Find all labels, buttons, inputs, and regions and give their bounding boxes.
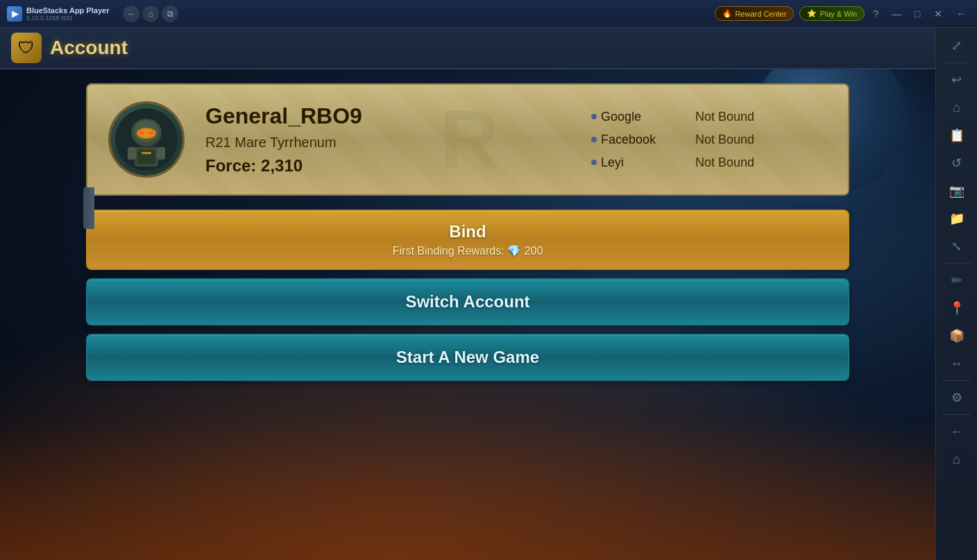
bind-main-label: Bind xyxy=(449,222,486,241)
sidebar-home2-icon[interactable]: ⌂ xyxy=(944,447,969,472)
avatar-inner xyxy=(110,103,182,176)
player-name: General_RBO9 xyxy=(205,103,570,129)
win-controls: — □ ✕ xyxy=(887,4,948,24)
sidebar-divider-2 xyxy=(943,263,971,264)
svg-rect-10 xyxy=(157,147,165,160)
play-win-label: Play & Win xyxy=(819,10,857,18)
start-new-game-label: Start A New Game xyxy=(396,348,539,367)
titlebar-right: 🔥 Reward Center ⭐ Play & Win ? — □ ✕ ← xyxy=(706,4,977,24)
leyi-label: Leyi xyxy=(601,155,624,170)
facebook-platform: Facebook xyxy=(591,133,681,147)
sidebar-clipboard-icon[interactable]: 📋 xyxy=(944,123,969,148)
left-tab xyxy=(83,187,94,229)
sidebar-camera-icon[interactable]: 📷 xyxy=(944,178,969,203)
sidebar-layers-icon[interactable]: 📦 xyxy=(944,323,969,348)
google-status: Not Bound xyxy=(695,110,754,124)
bindings-section: Google Not Bound Facebook Not Bound Leyi… xyxy=(591,110,827,170)
bind-button[interactable]: Bind First Binding Rewards: 💎 200 xyxy=(86,210,849,270)
avatar-svg xyxy=(115,108,178,171)
account-card: R xyxy=(86,83,849,196)
play-win-btn[interactable]: ⭐ Play & Win xyxy=(799,6,865,21)
force-value: 2,310 xyxy=(261,156,303,175)
sidebar-location-icon[interactable]: 📍 xyxy=(944,296,969,321)
account-header: 🛡 Account ✕ xyxy=(0,28,977,69)
sidebar-settings-icon[interactable]: ⚙ xyxy=(944,385,969,410)
switch-account-button[interactable]: Switch Account xyxy=(86,278,849,325)
help-btn[interactable]: ? xyxy=(870,7,881,21)
sidebar-divider-4 xyxy=(943,414,971,415)
buttons-section: Bind First Binding Rewards: 💎 200 Switch… xyxy=(86,210,849,381)
reward-center-btn[interactable]: 🔥 Reward Center xyxy=(715,6,794,21)
bind-amount: 200 xyxy=(525,245,543,257)
sidebar-divider-1 xyxy=(943,62,971,63)
app-logo-icon: ▶ xyxy=(7,6,22,22)
sidebar-divider-3 xyxy=(943,380,971,381)
app-version: 5.10.0.1058 N32 xyxy=(26,15,109,22)
sidebar-edit-icon[interactable]: ✏ xyxy=(944,268,969,293)
google-label: Google xyxy=(601,110,641,124)
app-name: BlueStacks App Player xyxy=(26,6,109,15)
close-window-btn[interactable]: ✕ xyxy=(928,4,948,24)
titlebar: ▶ BlueStacks App Player 5.10.0.1058 N32 … xyxy=(0,0,977,28)
svg-rect-11 xyxy=(142,152,151,154)
leyi-binding-row: Leyi Not Bound xyxy=(591,155,827,170)
maximize-btn[interactable]: □ xyxy=(908,4,927,24)
player-info: General_RBO9 R21 Mare Tyrrhenum Force: 2… xyxy=(205,103,570,176)
minimize-btn[interactable]: — xyxy=(887,4,906,24)
sidebar-home-icon[interactable]: ⌂ xyxy=(944,95,969,120)
star-icon: ⭐ xyxy=(807,9,817,18)
nav-home-btn[interactable]: ⌂ xyxy=(142,6,159,22)
bind-sub-text: First Binding Rewards: xyxy=(393,245,504,257)
player-server: R21 Mare Tyrrhenum xyxy=(205,135,570,151)
facebook-status: Not Bound xyxy=(695,133,754,147)
facebook-dot xyxy=(591,137,597,142)
app-logo: ▶ BlueStacks App Player 5.10.0.1058 N32 xyxy=(0,6,116,22)
titlebar-nav: ← ⌂ ⧉ xyxy=(116,6,185,22)
shield-icon: 🛡 xyxy=(18,38,35,58)
reward-center-label: Reward Center xyxy=(735,10,786,18)
leyi-status: Not Bound xyxy=(695,155,754,170)
sidebar-back-icon[interactable]: ↩ xyxy=(944,67,969,92)
google-platform: Google xyxy=(591,110,681,124)
svg-rect-5 xyxy=(139,131,144,135)
google-dot xyxy=(591,114,597,119)
right-sidebar: ⤢ ↩ ⌂ 📋 ↺ 📷 📁 ⤡ ✏ 📍 📦 ↔ ⚙ ← ⌂ xyxy=(935,28,977,560)
svg-rect-6 xyxy=(148,131,154,135)
facebook-label: Facebook xyxy=(601,133,656,147)
sidebar-folder-icon[interactable]: 📁 xyxy=(944,206,969,231)
account-icon: 🛡 xyxy=(11,33,42,63)
google-binding-row: Google Not Bound xyxy=(591,110,827,124)
facebook-binding-row: Facebook Not Bound xyxy=(591,133,827,147)
svg-rect-9 xyxy=(128,147,136,160)
gem-icon: 💎 xyxy=(507,245,524,257)
fire-icon: 🔥 xyxy=(722,9,732,18)
player-force: Force: 2,310 xyxy=(205,156,570,176)
switch-account-label: Switch Account xyxy=(405,292,529,312)
sidebar-swap-icon[interactable]: ↔ xyxy=(944,351,969,376)
sidebar-back2-icon[interactable]: ← xyxy=(944,419,969,444)
sidebar-resize-icon[interactable]: ⤡ xyxy=(944,234,969,259)
nav-back-btn[interactable]: ← xyxy=(123,6,139,22)
sidebar-expand-icon[interactable]: ⤢ xyxy=(944,33,969,58)
nav-windows-btn[interactable]: ⧉ xyxy=(162,6,178,22)
bind-sub-label: First Binding Rewards: 💎 200 xyxy=(393,244,543,257)
main-content: R xyxy=(0,69,935,560)
avatar xyxy=(108,101,185,178)
leyi-platform: Leyi xyxy=(591,155,681,170)
force-label: Force: xyxy=(205,156,256,175)
page-title: Account xyxy=(50,37,128,59)
sidebar-refresh-icon[interactable]: ↺ xyxy=(944,151,969,176)
start-new-game-button[interactable]: Start A New Game xyxy=(86,334,849,381)
leyi-dot xyxy=(591,160,597,165)
back-arrow-btn[interactable]: ← xyxy=(953,7,969,21)
